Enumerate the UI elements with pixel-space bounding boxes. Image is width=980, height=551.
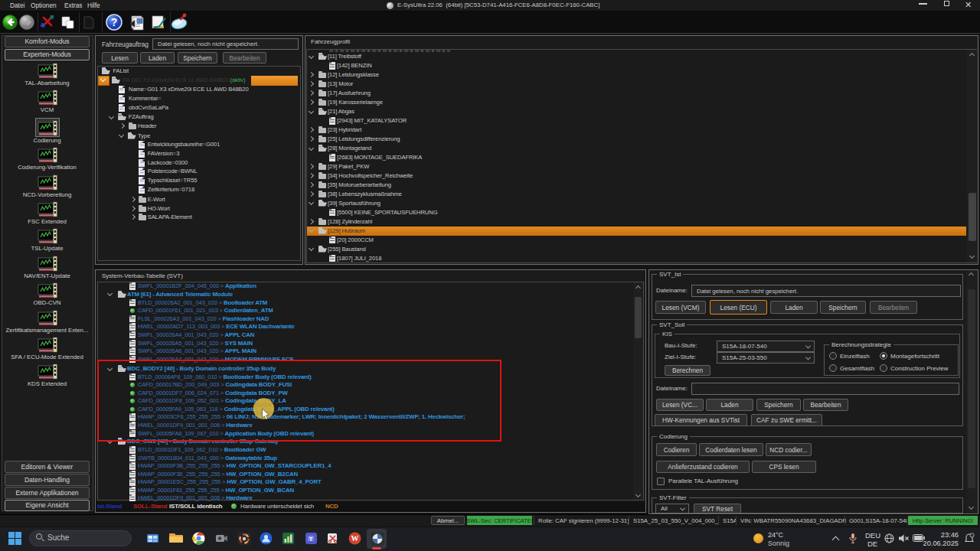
- svg-text:T: T: [309, 536, 313, 543]
- svg-text:W: W: [351, 534, 359, 543]
- svg-text:?: ?: [111, 16, 118, 28]
